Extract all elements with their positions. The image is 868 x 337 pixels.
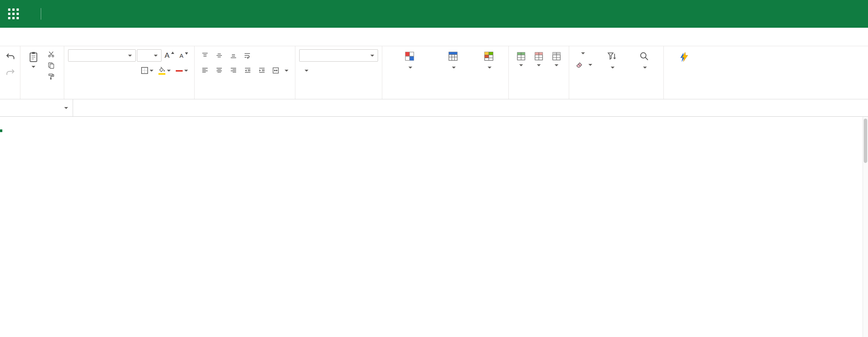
menu-bar: [0, 28, 868, 46]
strikethrough-button[interactable]: [125, 64, 138, 77]
increase-indent-button[interactable]: [255, 64, 268, 77]
redo-icon: [5, 67, 15, 77]
double-underline-button[interactable]: [111, 64, 124, 77]
align-left-button[interactable]: [198, 64, 212, 77]
autosum-button[interactable]: [573, 51, 588, 56]
active-cell-selection: [0, 130, 2, 131]
percent-style-button[interactable]: [313, 64, 327, 77]
chevron-down-icon: [519, 64, 523, 66]
chevron-down-icon: [643, 67, 647, 69]
borders-icon: [141, 67, 148, 74]
chevron-down-icon: [588, 64, 592, 66]
comma-style-button[interactable]: [328, 64, 341, 77]
chevron-down-icon: [150, 70, 153, 72]
arrow-down-icon: [185, 52, 188, 55]
ribbon-group-font: A A: [64, 46, 195, 99]
number-group-label: [299, 88, 378, 99]
chevron-down-icon: [581, 52, 585, 54]
redo-button[interactable]: [5, 67, 16, 79]
ribbon-group-number: [295, 46, 382, 99]
chevron-down-icon: [32, 66, 35, 68]
accounting-format-button[interactable]: [299, 64, 312, 77]
align-center-icon: [216, 67, 223, 74]
undo-button[interactable]: [5, 51, 16, 64]
decrease-font-size-button[interactable]: A: [177, 49, 190, 62]
clipboard-group-label: [24, 88, 60, 99]
cell-styles-button[interactable]: [473, 49, 505, 72]
cut-button[interactable]: [45, 49, 60, 59]
chevron-down-icon: [154, 55, 158, 57]
chevron-down-icon: [488, 67, 491, 69]
format-as-table-button[interactable]: [434, 49, 472, 72]
align-right-button[interactable]: [227, 64, 240, 77]
font-color-icon: [176, 69, 183, 72]
clear-button[interactable]: [573, 60, 595, 70]
format-cells-button[interactable]: [548, 49, 565, 68]
sort-filter-button[interactable]: [596, 49, 627, 72]
align-left-icon: [202, 67, 208, 74]
editing-group-label: [573, 88, 660, 99]
paste-icon: [28, 51, 39, 63]
ideas-button[interactable]: [668, 49, 701, 67]
wrap-text-button[interactable]: [241, 50, 256, 60]
chevron-down-icon: [370, 55, 374, 57]
wrap-text-icon: [244, 52, 251, 59]
fx-button[interactable]: [73, 99, 95, 116]
formula-bar: [0, 99, 868, 117]
fill-color-button[interactable]: [157, 64, 173, 77]
cell-styles-icon: [484, 51, 494, 61]
align-center-button[interactable]: [213, 64, 226, 77]
decrease-indent-button[interactable]: [241, 64, 254, 77]
tables-group-label: [386, 88, 505, 99]
vertical-scrollbar[interactable]: [863, 117, 868, 337]
ribbon-group-alignment: [195, 46, 295, 99]
name-box[interactable]: [0, 99, 73, 116]
formula-input[interactable]: [95, 99, 868, 116]
sort-filter-icon: [607, 51, 617, 61]
format-as-table-icon: [448, 51, 458, 61]
align-bottom-icon: [230, 52, 237, 59]
number-format-select[interactable]: [299, 49, 378, 62]
increase-font-size-button[interactable]: A: [163, 49, 176, 62]
scrollbar-thumb[interactable]: [864, 119, 867, 163]
font-color-button[interactable]: [174, 64, 190, 77]
delete-cells-button[interactable]: [530, 49, 547, 68]
italic-button[interactable]: [82, 64, 95, 77]
insert-cells-button[interactable]: [513, 49, 530, 68]
align-bottom-button[interactable]: [227, 49, 240, 62]
ribbon-group-editing: [569, 46, 664, 99]
fill-color-icon: [158, 66, 165, 75]
decrease-decimal-button[interactable]: [356, 64, 369, 77]
ideas-group-label: [668, 88, 701, 99]
align-middle-button[interactable]: [213, 49, 226, 62]
chevron-down-icon: [537, 64, 541, 66]
chevron-down-icon: [64, 107, 68, 109]
insert-cells-icon: [516, 51, 526, 61]
column-headers: [0, 117, 868, 130]
conditional-formatting-button[interactable]: [386, 49, 433, 72]
align-middle-icon: [216, 52, 223, 59]
font-name-select[interactable]: [68, 49, 136, 62]
app-top-bar: [0, 0, 868, 28]
align-top-icon: [202, 52, 208, 59]
ribbon-group-cells: [509, 46, 569, 99]
increase-decimal-button[interactable]: [342, 64, 355, 77]
chevron-down-icon: [611, 67, 615, 69]
bold-button[interactable]: [68, 64, 81, 77]
lightning-bolt-icon: [678, 51, 690, 64]
font-size-select[interactable]: [137, 49, 162, 62]
merge-center-button[interactable]: [270, 65, 291, 75]
borders-button[interactable]: [139, 64, 155, 77]
ribbon: A A: [0, 46, 868, 99]
ribbon-group-undo: [1, 46, 20, 99]
align-top-button[interactable]: [198, 49, 212, 62]
copy-button[interactable]: [45, 60, 60, 70]
format-painter-button[interactable]: [45, 72, 60, 82]
chevron-down-icon: [408, 67, 412, 69]
find-select-button[interactable]: [629, 49, 660, 72]
format-cells-icon: [551, 51, 561, 61]
underline-button[interactable]: [97, 64, 110, 77]
waffle-icon: [8, 8, 19, 19]
app-launcher-button[interactable]: [0, 0, 27, 28]
paste-button[interactable]: [24, 49, 43, 70]
